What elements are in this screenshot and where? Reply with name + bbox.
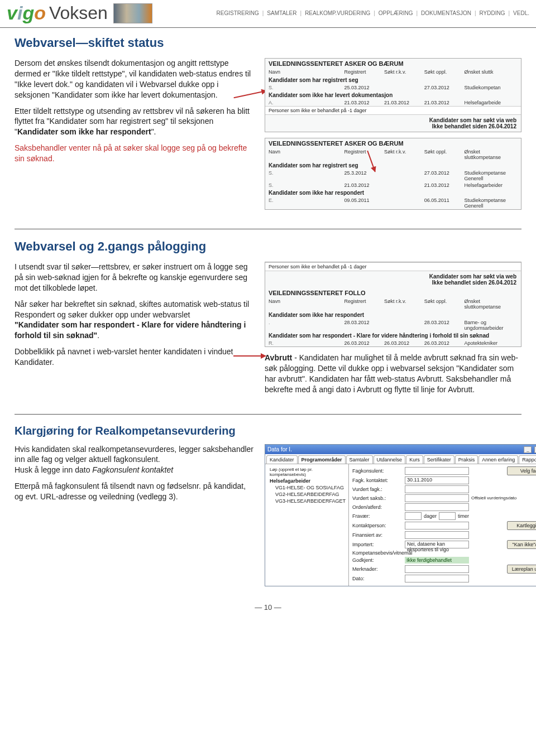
page-header: vigo Voksen REGISTRERING| SAMTALER| REAL…: [0, 0, 536, 28]
field-merknader[interactable]: [405, 565, 469, 573]
window-title: Data for I.: [267, 446, 292, 452]
section1-p2: Etter tildelt rettstype og utsending av …: [15, 106, 255, 138]
minimize-icon[interactable]: _: [524, 446, 532, 453]
figure-webvarsel-top: VEILEDNINGSSENTERET ASKER OG BÆRUM Navn …: [265, 58, 521, 132]
tab-samtaler[interactable]: Samtaler: [346, 455, 373, 464]
field-importert[interactable]: Nei, dataene kan eksporteres til vigo: [405, 541, 469, 548]
section2-note: Avbrutt - Kandidaten har mulighet til å …: [265, 353, 521, 395]
field-orden[interactable]: [405, 503, 469, 511]
tree-vg1[interactable]: VG1-HELSE- OG SOSIALFAG: [267, 484, 346, 491]
field-fagk-kontaktet[interactable]: 30.11.2010: [405, 476, 469, 484]
tree-root[interactable]: Helsefagarbeider: [267, 478, 346, 484]
nav-samtaler[interactable]: SAMTALER: [267, 10, 296, 16]
label-fagk-kontaktet: Fagk. kontaktet:: [352, 478, 403, 483]
section1-p1: Dersom det ønskes tilsendt dokumentasjon…: [15, 58, 255, 100]
label-kontaktperson: Kontaktperson:: [352, 523, 403, 528]
tree-vg3[interactable]: VG3-HELSEARBEIDERFAGET: [267, 498, 346, 504]
tab-rapporter[interactable]: Rapporter: [519, 455, 536, 464]
fig1-notebar: Personer som ikke er behandlet på -1 dag…: [265, 106, 521, 115]
figure-webvarsel-2gangs: Personer som ikke er behandlet på -1 dag…: [265, 262, 521, 347]
field-kontaktperson[interactable]: [405, 522, 469, 529]
fig3-notebar: Personer som ikke er behandlet på -1 dag…: [265, 262, 521, 271]
label-vurdert-fagk: Vurdert fagk.:: [352, 487, 403, 492]
section2-p1: I utsendt svar til søker—rettsbrev, er s…: [15, 262, 255, 293]
nav-dokumentasjon[interactable]: DOKUMENTASJON: [421, 10, 471, 16]
red-arrow-icon: [233, 355, 266, 357]
fig3-group1: Kandidater som ikke har respondert: [265, 311, 521, 319]
logo-vigo: vigo: [7, 2, 46, 24]
fig3-group2: Kandidater som har respondert - Klare fo…: [265, 331, 521, 340]
kartlegging-button[interactable]: Kartlegging: [507, 521, 536, 530]
fig2-title: VEILEDNINGSSENTERET ASKER OG BÆRUM: [265, 138, 521, 147]
fig3-title: VEILEDNINGSSENTERET FOLLO: [265, 288, 521, 296]
tree-caption: Løp (opprett et løp pr. kompetansebevis): [267, 466, 346, 478]
nav-vedl[interactable]: VEDL.: [513, 10, 529, 16]
table-row: S. 25.03.2012 27.03.2012 Studiekompetan: [265, 84, 521, 91]
fig1-group2: Kandidater som ikke har levert dokumenta…: [265, 91, 521, 99]
fig1-rightnote: Kandidater som har søkt via web Ikke beh…: [265, 115, 521, 132]
label-orden: Orden/atferd:: [352, 504, 403, 510]
header-photos: [113, 3, 152, 23]
tab-sertifikater[interactable]: Sertifikater: [424, 455, 454, 464]
kan-ikke-button[interactable]: "Kan ikke"/h.m.: [507, 540, 536, 549]
section-klargjoring: Klargjøring for Realkompetansevurdering …: [15, 425, 521, 586]
window-tabs: Kandidater Programområder Samtaler Utdan…: [265, 454, 536, 464]
header-nav: REGISTRERING| SAMTALER| REALKOMP.VURDERI…: [217, 10, 529, 16]
section2-p2: Når søker har bekreftet sin søknad, skif…: [15, 299, 255, 341]
label-kompbevis: Kompetansebevis/vitnemål: [352, 550, 469, 556]
table-row: E. 09.05.2011 06.05.2011 Studiekompetans…: [265, 197, 521, 209]
program-tree: Løp (opprett et løp pr. kompetansebevis)…: [265, 464, 349, 586]
separator: [15, 229, 521, 229]
window-titlebar: Data for I. _ □ ×: [265, 445, 536, 454]
table-row: S. 25.3.2012 27.03.2012 Studiekompetanse…: [265, 170, 521, 182]
section3-title: Klargjøring for Realkompetansevurdering: [15, 425, 521, 437]
fig2-heads: Navn Registrert Søkt r.k.v. Søkt oppl. Ø…: [265, 147, 521, 161]
logo-area: vigo Voksen: [7, 2, 108, 24]
page-number: — 10 —: [15, 603, 521, 611]
tab-kurs[interactable]: Kurs: [406, 455, 423, 464]
tab-praksis[interactable]: Praksis: [455, 455, 478, 464]
field-fravaer-dager[interactable]: [405, 512, 422, 520]
nav-opplaering[interactable]: OPPLÆRING: [379, 10, 413, 16]
table-row: A. 21.03.2012 21.03.2012 21.03.2012 Hels…: [265, 99, 521, 106]
label-fravaer: Fravær:: [352, 513, 403, 519]
tab-kandidater[interactable]: Kandidater: [266, 455, 298, 464]
program-form: Fagkonsulent: Velg fag Fagk. kontaktet: …: [349, 464, 536, 586]
tree-vg2[interactable]: VG2-HELSEARBEIDERFAG: [267, 491, 346, 498]
tab-annen-erfaring[interactable]: Annen erfaring: [478, 455, 518, 464]
figure-kandidatvindu: Data for I. _ □ × Kandidater Programområ…: [265, 444, 536, 586]
label-godkjent: Godkjent:: [352, 557, 403, 563]
section1-p3: Saksbehandler venter nå på at søker skal…: [15, 143, 255, 164]
nav-realkomp[interactable]: REALKOMP.VURDERING: [305, 10, 370, 16]
table-row: S. 21.03.2012 21.03.2012 Helsefagarbeide…: [265, 182, 521, 189]
fig2-group1: Kandidater som har registrert seg: [265, 161, 521, 170]
fig1-group1: Kandidater som har registrert seg: [265, 76, 521, 84]
field-finansiert[interactable]: [405, 531, 469, 539]
field-godkjent[interactable]: Ikke ferdigbehandlet: [405, 557, 469, 564]
section2-title: Webvarsel og 2.gangs pålogging: [15, 239, 521, 254]
fig1-heads: Navn Registrert Søkt r.k.v. Søkt oppl. Ø…: [265, 67, 521, 76]
nav-registrering[interactable]: REGISTRERING: [217, 10, 259, 16]
field-fagkonsulent[interactable]: [405, 467, 469, 475]
tab-utdannelse[interactable]: Utdannelse: [374, 455, 406, 464]
tab-programomrader[interactable]: Programområder: [298, 455, 346, 464]
section-webvarsel-2gangs: Webvarsel og 2.gangs pålogging I utsendt…: [15, 239, 521, 401]
logo-voksen: Voksen: [49, 3, 108, 23]
field-vurdert-fagk[interactable]: [405, 485, 469, 493]
fig3-heads: Navn Registrert Søkt r.k.v. Søkt oppl. Ø…: [265, 296, 521, 311]
label-merknader: Merknader:: [352, 566, 403, 572]
velg-fag-button[interactable]: Velg fag: [507, 466, 536, 475]
section2-p3: Dobbelklikk på navnet i web-varslet hent…: [15, 346, 255, 368]
label-dager: dager: [424, 513, 437, 519]
fig3-rightnote: Kandidater som har søkt via web Ikke beh…: [265, 271, 521, 288]
nav-rydding[interactable]: RYDDING: [480, 10, 505, 16]
label-fagkonsulent: Fagkonsulent:: [352, 468, 403, 474]
field-dato[interactable]: [405, 575, 469, 582]
field-fravaer-timer[interactable]: [439, 512, 456, 520]
field-vurdert-saksb[interactable]: [405, 494, 469, 502]
label-dato: Dato:: [352, 576, 403, 581]
fig2-group2: Kandidater som ikke har respondert: [265, 189, 521, 197]
laereplan-button[interactable]: Læreplan u. sp.: [507, 565, 536, 574]
section1-title: Webvarsel—skiftet status: [15, 36, 521, 50]
label-timer: timer: [458, 513, 469, 519]
